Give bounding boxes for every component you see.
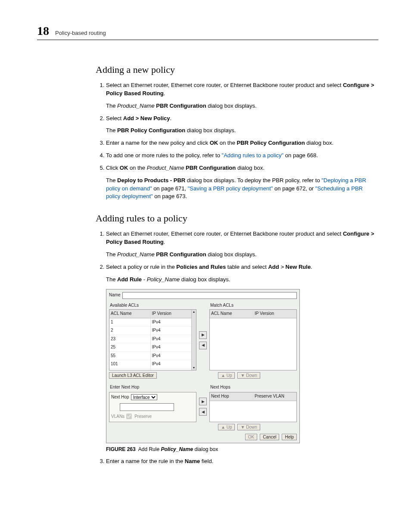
move-left-button[interactable]: ◀ [199, 342, 207, 349]
triangle-right-icon: ▶ [202, 332, 205, 338]
name-input[interactable] [122, 292, 297, 299]
rules-step-2: Select a policy or rule in the Policies … [106, 263, 378, 454]
match-col-acl-name: ACL Name [210, 310, 253, 318]
link-adding-rules[interactable]: "Adding rules to a policy" [222, 152, 284, 159]
rules-step-3: Enter a name for the rule in the Name fi… [106, 457, 378, 466]
col-next-hop: Next Hop [210, 392, 253, 401]
ok-button[interactable]: OK [245, 434, 257, 440]
table-row[interactable]: ONEIPv4 [109, 369, 191, 370]
next-hop-select[interactable]: Interface [131, 394, 157, 400]
chapter-number: 18 [37, 24, 49, 38]
heading-adding-rules: Adding rules to a policy [96, 213, 378, 224]
nexthop-down-button[interactable]: ▼ Down [237, 424, 260, 430]
table-row[interactable]: 23IPv4 [109, 335, 191, 344]
table-row[interactable]: 101IPv4 [109, 360, 191, 369]
heading-adding-new-policy: Adding a new policy [96, 64, 378, 75]
triangle-left-icon: ◀ [202, 409, 205, 415]
vlans-label: VLANs [111, 414, 125, 420]
acl-up-button[interactable]: ▲ Up [218, 372, 235, 379]
preserve-checkbox[interactable] [126, 414, 132, 419]
figure-caption: FIGURE 263 Add Rule Policy_Name dialog b… [106, 446, 378, 453]
table-row[interactable]: 1IPv4 [109, 318, 191, 327]
scroll-up-icon[interactable]: ▲ [193, 310, 196, 314]
cancel-button[interactable]: Cancel [260, 434, 279, 440]
name-label: Name [109, 292, 121, 299]
enter-next-hop-box: Next Hop Interface VLANs [109, 392, 196, 422]
triangle-left-icon: ◀ [202, 342, 205, 348]
next-hop-label: Next Hop [111, 394, 129, 401]
launch-l3-acl-editor-button[interactable]: Launch L3 ACL Editor [109, 372, 157, 379]
next-hops-title: Next Hops [209, 383, 297, 392]
add-rule-dialog: Name Available ACLs ACL Name [106, 289, 300, 444]
step-3: Enter a name for the new policy and clic… [106, 139, 378, 147]
match-col-ip-version: IP Version [253, 310, 296, 318]
available-acls-title: Available ACLs [109, 302, 196, 310]
col-ip-version: IP Version [151, 310, 192, 318]
enter-next-hop-title: Enter Next Hop [109, 383, 196, 392]
figure-263: Name Available ACLs ACL Name [106, 289, 378, 454]
step-1: Select an Ethernet router, Ethernet core… [106, 81, 378, 110]
col-preserve-vlan: Preserve VLAN [253, 392, 296, 401]
table-row[interactable]: 25IPv4 [109, 343, 191, 352]
nexthop-move-right-button[interactable]: ▶ [199, 398, 207, 405]
help-button[interactable]: Help [282, 434, 297, 440]
scrollbar[interactable]: ▲ ▼ [191, 310, 196, 370]
scroll-down-icon[interactable]: ▼ [193, 366, 196, 370]
steps-adding-new-policy: Select an Ethernet router, Ethernet core… [96, 81, 378, 201]
col-acl-name: ACL Name [109, 310, 151, 318]
table-row[interactable]: 2IPv4 [109, 327, 191, 335]
preserve-label: Preserve [134, 414, 152, 420]
running-header: 18 Policy-based routing [37, 24, 378, 40]
move-right-button[interactable]: ▶ [199, 331, 207, 339]
step-5: Click OK on the Product_Name PBR Configu… [106, 164, 378, 201]
table-row[interactable]: 55IPv4 [109, 352, 191, 361]
step-4: To add one or more rules to the policy, … [106, 152, 378, 160]
triangle-right-icon: ▶ [202, 399, 205, 404]
acl-down-button[interactable]: ▼ Down [237, 372, 260, 379]
rules-step-1: Select an Ethernet router, Ethernet core… [106, 230, 378, 259]
next-hop-input[interactable] [120, 403, 174, 411]
steps-adding-rules: Select an Ethernet router, Ethernet core… [96, 230, 378, 466]
step-2: Select Add > New Policy. The PBR Policy … [106, 115, 378, 135]
link-save[interactable]: "Saving a PBR policy deployment" [188, 185, 273, 192]
available-acls-table[interactable]: ACL Name IP Version 1IPv42IPv423IPv425IP… [109, 309, 196, 370]
next-hops-table[interactable]: Next Hop Preserve VLAN [209, 392, 297, 422]
section-title: Policy-based routing [55, 30, 106, 36]
match-acls-title: Match ACLs [209, 302, 297, 310]
match-acls-table[interactable]: ACL Name IP Version [209, 309, 297, 370]
nexthop-up-button[interactable]: ▲ Up [218, 424, 235, 430]
nexthop-move-left-button[interactable]: ◀ [199, 408, 207, 416]
